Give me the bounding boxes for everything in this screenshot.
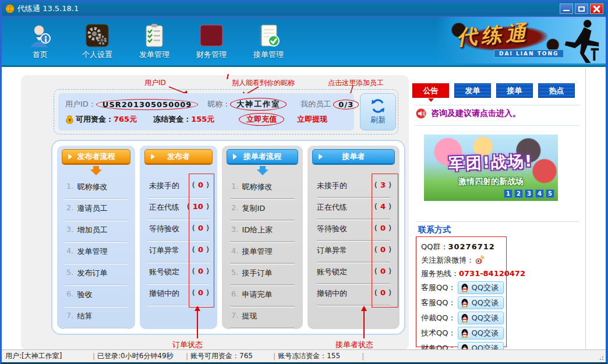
maximize-button[interactable]: [575, 3, 588, 14]
right-tab[interactable]: 公告: [412, 83, 449, 98]
refresh-button[interactable]: 刷新: [360, 93, 396, 130]
banner-page-button[interactable]: 3: [525, 189, 533, 198]
page-number: 3: [527, 190, 531, 197]
flow-step[interactable]: 2. 复制ID: [222, 202, 303, 223]
toolbar-item-take-orders[interactable]: 接单管理: [243, 23, 294, 60]
dashboard-panel: 用户ID 别人能看到你的昵称 点击这里添加员工 用户ID： USR2013050…: [21, 75, 409, 350]
page-number: 1: [506, 190, 510, 197]
toolbar-item-finance[interactable]: 财务管理: [186, 23, 237, 60]
header-label: 发布者流程: [77, 151, 115, 162]
step-number: 2.: [66, 203, 73, 212]
status-row[interactable]: 撤销中的 (0): [140, 287, 217, 308]
qq-penguin-icon: [461, 313, 469, 323]
qq-contact-row: 客服QQ： QQ交谈: [421, 295, 506, 310]
banner-page-button[interactable]: 1: [504, 189, 512, 198]
right-scroll-area[interactable]: [585, 69, 606, 351]
status-row[interactable]: 账号锁定 (0): [140, 265, 217, 287]
banner-page-button[interactable]: 2: [514, 189, 523, 198]
step-number: 3.: [231, 225, 238, 234]
step-label: 申请完单: [242, 289, 272, 300]
recharge-link[interactable]: 立即充值: [239, 113, 284, 126]
flow-step[interactable]: 4. 接单管理: [222, 245, 303, 266]
flow-step[interactable]: 5. 发布订单: [57, 266, 135, 288]
status-row[interactable]: 账号锁定 (0): [307, 265, 400, 287]
status-row[interactable]: 未接手的 (3): [307, 179, 400, 200]
staff-label: 我的员工: [301, 99, 331, 109]
status-row[interactable]: 撤销中的 (0): [307, 287, 400, 308]
header-label: 发布者: [167, 151, 190, 162]
step-number: 4.: [231, 246, 238, 255]
qq-chat-button[interactable]: QQ交谈: [458, 327, 503, 340]
banner-page-button[interactable]: 4: [535, 189, 544, 198]
flow-step[interactable]: 6. 验收: [57, 288, 135, 309]
weibo-icon[interactable]: [474, 255, 484, 265]
step-label: 验收: [77, 289, 92, 300]
status-count: (0): [374, 245, 391, 254]
flow-step[interactable]: 3. ID给上家: [222, 223, 303, 245]
step-label: 邀请员工: [77, 203, 107, 214]
status-label: 未接手的: [317, 181, 347, 191]
taker-flow-header[interactable]: 接单者流程: [227, 149, 298, 164]
qq-contact-row: 技术QQ： QQ交谈: [421, 326, 506, 341]
toolbar-label: 发单管理: [139, 50, 169, 60]
toolbar-item-settings[interactable]: 个人设置: [72, 23, 123, 60]
qq-chat-button[interactable]: QQ交谈: [458, 281, 503, 294]
qq-contact-label: 客服QQ：: [421, 282, 455, 293]
flow-step[interactable]: 5. 接手订单: [222, 266, 303, 288]
qq-contact-label: 技术QQ：: [421, 328, 455, 338]
publisher-flow-header[interactable]: 发布者流程: [62, 149, 130, 164]
status-row[interactable]: 订单异常 (0): [140, 243, 217, 265]
flow-step[interactable]: 2. 邀请员工: [57, 202, 135, 223]
withdraw-link[interactable]: 立即提现: [297, 114, 327, 125]
home-person-icon: [27, 23, 53, 48]
right-tab[interactable]: 热点: [538, 83, 575, 98]
publisher-status-header[interactable]: 发布者: [144, 149, 213, 164]
step-label: 昵称修改: [77, 182, 107, 192]
status-row[interactable]: 订单异常 (0): [307, 243, 400, 265]
frozen-funds-label: 冻结资金：: [153, 114, 191, 125]
flow-step[interactable]: 7. 结算: [57, 309, 135, 329]
qq-chat-button[interactable]: QQ交谈: [458, 296, 503, 309]
step-label: 发布订单: [77, 268, 107, 278]
step-label: 增加员工: [77, 225, 107, 235]
status-row[interactable]: 正在代练 (10): [140, 200, 217, 222]
divider: [416, 221, 579, 222]
qq-contact-row: 客服QQ： QQ交谈: [421, 280, 506, 295]
status-row[interactable]: 未接手的 (0): [140, 179, 217, 200]
toolbar-item-home[interactable]: 首页: [15, 23, 66, 60]
toolbar-item-issue-orders[interactable]: 发单管理: [129, 23, 180, 60]
step-label: ID给上家: [242, 225, 273, 235]
resize-grip[interactable]: [597, 354, 605, 361]
annotation-arrow-up-order: [197, 310, 198, 338]
header-label: 接单者: [342, 151, 365, 162]
step-label: 接手订单: [242, 268, 272, 278]
qq-chat-button[interactable]: QQ交谈: [458, 312, 503, 324]
close-button[interactable]: [590, 3, 603, 14]
banner-page-button[interactable]: 5: [546, 189, 554, 198]
account-row-identity: 用户ID： USR201305050009 昵称： 大神工作室 我的员工 0/3: [65, 98, 348, 111]
flow-step[interactable]: 1. 昵称修改: [57, 180, 135, 202]
flow-step[interactable]: 4. 发单管理: [57, 245, 135, 266]
status-row[interactable]: 等待验收 (0): [307, 222, 400, 243]
ad-banner[interactable]: 军团!战场! 激情四射的新战场 12345: [424, 135, 558, 201]
taker-status-header[interactable]: 接单者: [312, 149, 395, 164]
down-arrow-icon: [222, 166, 303, 175]
publisher-status-list: 未接手的 (0) 正在代练 (10) 等待验收 (0): [140, 179, 217, 308]
step-number: 7.: [231, 311, 238, 320]
title-bar: 代练通 13.5.18.1: [2, 2, 606, 16]
flow-step[interactable]: 1. 昵称修改: [222, 180, 303, 202]
right-tab[interactable]: 接单: [496, 83, 533, 98]
flow-step[interactable]: 3. 增加员工: [57, 223, 135, 245]
flow-step[interactable]: 6. 申请完单: [222, 288, 303, 309]
status-row[interactable]: 正在代练 (4): [307, 200, 400, 222]
status-row[interactable]: 等待验收 (0): [140, 222, 217, 243]
minimize-button[interactable]: [560, 3, 573, 14]
flow-step[interactable]: 7. 提现: [222, 309, 303, 329]
play-icon: [68, 154, 72, 160]
status-count: (3): [374, 181, 391, 189]
page-number: 2: [517, 190, 521, 197]
notice-link[interactable]: 咨询及建议请点击进入。: [416, 108, 521, 119]
annotation-order-status: 订单状态: [172, 340, 203, 350]
qq-penguin-icon: [461, 328, 469, 338]
right-tab[interactable]: 发单: [454, 83, 491, 98]
